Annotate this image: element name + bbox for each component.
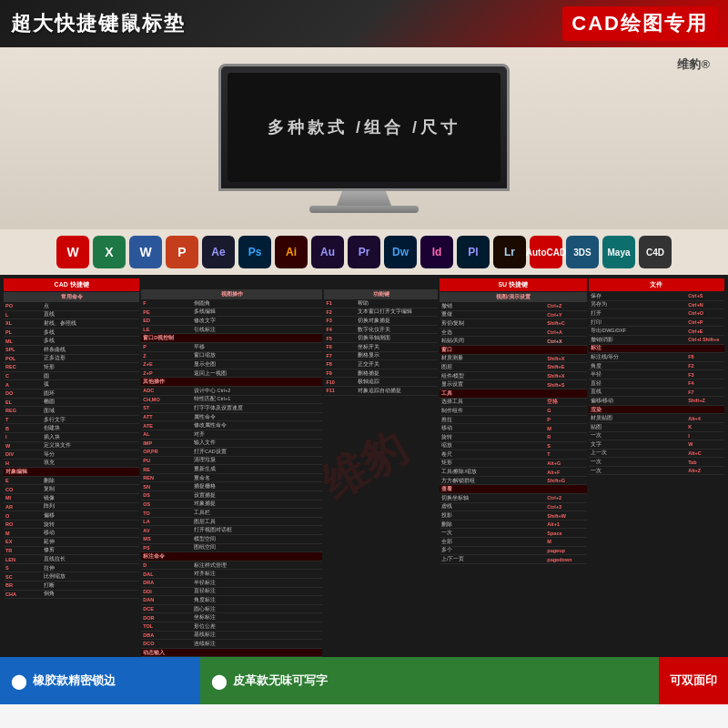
table-row: 打印Ctrl+P <box>589 318 724 327</box>
table-row: 半径F3 <box>589 370 724 379</box>
table-row: PU清理垃圾 <box>141 456 322 465</box>
table-row: F5切换等轴测面 <box>324 334 437 343</box>
table-row: D标注样式管理 <box>141 561 322 570</box>
table-row: DCO连续标注 <box>141 640 322 649</box>
table-row: 旋转R <box>440 432 587 441</box>
table-row: F2文本窗口打开文字编辑 <box>324 308 437 317</box>
monitor-text: 多种款式 /组合 /尺寸 <box>268 116 460 138</box>
cad-fkeys-sub: 功能键 <box>324 289 437 299</box>
table-row: DBA基线标注 <box>141 631 322 640</box>
table-row: F6坐标开关 <box>324 342 437 351</box>
table-row: 动态输入 <box>141 648 322 657</box>
table-row: F4数字化仪开关 <box>324 325 437 334</box>
table-row: 卷尺T <box>440 450 587 460</box>
monitor-wrapper: 多种款式 /组合 /尺寸 <box>218 64 510 213</box>
table-row: 虚线Ctrl+3 <box>440 502 587 511</box>
table-row: 缩放S <box>440 441 587 450</box>
cad-header: CAD 快捷键 <box>4 278 139 291</box>
table-row: 重做Ctrl+Y <box>440 310 587 319</box>
table-row: L直线 <box>4 310 139 319</box>
table-row: CO复制 <box>4 485 139 494</box>
table-row: 组件/模型Shift+X <box>440 371 587 380</box>
app-icons-section: W X W P Ae Ps Ai Au Pr Dw Id Pl Lr AutoC… <box>0 229 728 275</box>
footer-red-section: 可双面印 <box>659 657 728 704</box>
table-row: B创建块 <box>4 424 139 433</box>
table-row: 直线F7 <box>589 388 724 397</box>
table-row: O偏移 <box>4 511 139 521</box>
table-row: AV打开视图对话框 <box>141 526 322 535</box>
table-row: 材质测量Shift+X <box>440 354 587 363</box>
app-icon-ae: Ae <box>202 236 235 268</box>
table-row: 上/下一页pagedown <box>440 555 587 564</box>
table-row: 查看 <box>440 485 587 494</box>
table-row: F1帮助 <box>324 299 437 308</box>
table-row: TR修剪 <box>4 546 139 555</box>
app-icon-excel: X <box>93 236 126 268</box>
table-row: 一次Tab <box>589 458 724 467</box>
footer-green-text: 皮革款无味可写字 <box>233 672 328 689</box>
table-row: 对象编辑 <box>4 468 139 477</box>
table-row: 选择工具空格 <box>440 398 587 407</box>
table-row: IMP输入文件 <box>141 439 322 448</box>
app-icon-wps: W <box>56 236 89 268</box>
footer-blue-text: 橡胶款精密锁边 <box>33 672 116 689</box>
app-icon-au: Au <box>311 236 344 268</box>
su-table: 撤销Ctrl+Z 重做Ctrl+Y 剪切/复制Shift+C 全选Ctrl+A … <box>440 302 587 564</box>
table-row: 一次I <box>589 431 724 440</box>
table-row: ML多线 <box>4 337 139 346</box>
app-icon-autocad: AutoCAD <box>530 236 562 268</box>
table-row: DO圆环 <box>4 389 139 398</box>
cad-column-2: . 视图操作 F倒圆角 PE多线编辑 ED修改文字 LE引线标注 窗口D视控制 … <box>141 278 322 653</box>
table-row: RO旋转 <box>4 520 139 529</box>
table-row: PO点 <box>4 302 139 310</box>
table-row: ATE修改属性命令 <box>141 421 322 430</box>
table-row: F10极轴追踪 <box>324 378 437 387</box>
su-sub-header: 视图/演示设置 <box>440 292 587 302</box>
table-row: SPL样条曲线 <box>4 345 139 354</box>
table-row: T多行文字 <box>4 415 139 424</box>
table-row: 标注 <box>589 344 724 353</box>
table-row: 窗口 <box>440 345 587 354</box>
table-row: Z+E显示全图 <box>141 360 322 369</box>
table-row: 文字W <box>589 440 724 450</box>
table-row: REG面域 <box>4 407 139 416</box>
right-table: 保存Ctrl+S 另存为Ctrl+N 打开Ctrl+O 打印Ctrl+P 导出/… <box>589 292 724 475</box>
table-row: REN重命名 <box>141 473 322 482</box>
table-row: AL对齐 <box>141 430 322 439</box>
app-icon-dw: Dw <box>384 236 417 268</box>
table-row: M移动 <box>4 529 139 538</box>
su-column: SU 快捷键 视图/演示设置 撤销Ctrl+Z 重做Ctrl+Y 剪切/复制Sh… <box>440 278 587 653</box>
su-header: SU 快捷键 <box>440 278 587 291</box>
left-title: 超大快捷键鼠标垫 <box>11 10 186 37</box>
table-row: A弧 <box>4 380 139 389</box>
app-icon-ppt: P <box>166 236 198 268</box>
table-row: 撤销/消影Ctrl+I Shift+s <box>589 335 724 344</box>
table-row: DS设置捕捉 <box>141 491 322 500</box>
brand-label: 维豹® <box>677 56 710 73</box>
table-row: 剪切/复制Shift+C <box>440 319 587 329</box>
cad-fkeys-table: F1帮助 F2文本窗口打开文字编辑 F3切换对象捕捉 F4数字化仪开关 F5切换… <box>324 299 437 396</box>
table-row: 制作组件G <box>440 407 587 416</box>
table-row: TO工具栏 <box>141 509 322 518</box>
table-row: P平移 <box>141 342 322 351</box>
table-row: DCE圆心标注 <box>141 604 322 613</box>
table-row: ADC设计中心 Ctrl+2 <box>141 386 322 395</box>
table-row: 矩形Alt+G <box>440 459 587 468</box>
table-row: F倒圆角 <box>141 299 322 308</box>
table-row: 另存为Ctrl+N <box>589 300 724 309</box>
right-title: CAD绘图专用 <box>562 6 717 41</box>
right-header: 文件 <box>589 278 724 291</box>
footer-red-text: 可双面印 <box>670 672 717 689</box>
monitor-section: 维豹® 多种款式 /组合 /尺寸 <box>0 47 728 229</box>
table-row: 保存Ctrl+S <box>589 292 724 300</box>
table-row: RE重新生成 <box>141 465 322 474</box>
bottom-footer: ⬤ 橡胶款精密锁边 ⬤ 皮革款无味可写字 可双面印 <box>0 657 728 704</box>
table-row: PE多线编辑 <box>141 308 322 317</box>
app-icon-ps: Ps <box>238 236 271 268</box>
table-row: I插入块 <box>4 432 139 441</box>
table-row: Z窗口缩放 <box>141 351 322 360</box>
table-row: 标注线/等分F8 <box>589 353 724 362</box>
table-row: E删除 <box>4 476 139 485</box>
table-row: 导出/DWG/DXFCtrl+E <box>589 327 724 336</box>
table-row: F11对象追踪自动捕捉 <box>324 386 437 395</box>
